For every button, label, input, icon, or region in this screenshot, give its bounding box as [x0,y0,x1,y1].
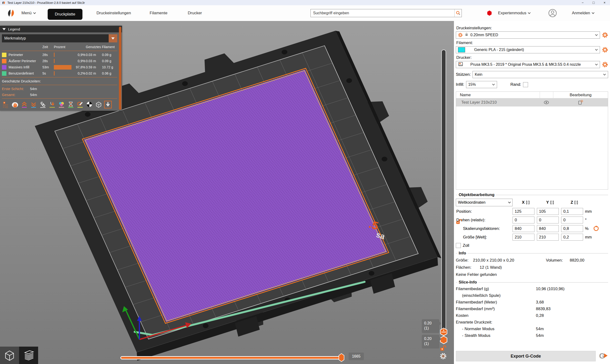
travel-moves-icon[interactable] [2,101,10,108]
layer-range-lock-icon[interactable] [440,345,447,352]
center-of-mass-icon[interactable] [86,101,93,108]
printer-combo[interactable]: Prusa MK3.5 - 2019 * Original Prusa MK3.… [456,61,600,68]
color-changes-icon[interactable] [58,101,65,108]
inches-checkbox[interactable] [456,243,461,248]
shells-icon[interactable] [95,101,103,108]
search-input[interactable] [311,11,454,15]
scale-x-input[interactable] [513,225,534,232]
mode-selector[interactable]: Expertenmodus [498,5,530,21]
editor-view-button[interactable] [0,347,19,364]
axis-y-header: Y [539,200,561,205]
supports-combo[interactable]: Kein [472,71,608,78]
custom-gcode-icon[interactable] [76,101,84,108]
tool-changes-icon[interactable] [48,101,56,108]
view-type-select[interactable]: Merkmalstyp [2,34,117,42]
search-box[interactable] [311,9,462,17]
tab-filaments[interactable]: Filamente [150,5,168,21]
position-x-input[interactable] [513,208,534,215]
object-name: Test Layer 210x210 [456,100,540,105]
seams-icon[interactable] [39,101,47,108]
preview-view-button[interactable] [19,347,38,364]
deretractions-icon[interactable] [30,101,38,108]
legend-panel: Legend Merkmalstyp Zeit Prozent Genutzte… [0,26,122,111]
notification-icon[interactable] [487,5,492,21]
scale-z-input[interactable] [561,225,583,232]
uniform-scale-lock-icon[interactable] [456,219,462,226]
brim-checkbox[interactable] [523,82,528,87]
legend-scrollbar[interactable] [119,27,121,110]
filament-combo[interactable]: Generic PLA - 215 (geändert) [456,46,600,53]
chevron-down-icon [595,63,597,65]
edit-filament-button[interactable] [602,47,608,53]
print-settings-label: Druckeinstellungen: [456,26,608,30]
horizontal-slider-handle[interactable] [338,353,345,363]
tab-plater[interactable]: Druckplatte [48,5,82,21]
search-icon[interactable] [454,9,462,17]
prusaslicer-logo [7,5,15,21]
layer-upper-tooltip: 0.20 (1) [422,319,439,333]
maximize-button[interactable]: □ [588,0,599,5]
print-pauses-icon[interactable] [67,101,75,108]
coordinate-system-combo[interactable]: Weltkoordinaten [456,199,513,206]
scale-row: Skalierungsfaktoren: % [456,225,608,232]
layer-slider-handles[interactable] [438,327,449,346]
horizontal-move-slider[interactable] [120,356,344,360]
size-x-input[interactable] [513,234,534,241]
manipulation-title: Objektbearbeitung [459,193,494,197]
dropdown-arrow-icon[interactable] [109,34,117,42]
edit-print-settings-button[interactable] [602,32,608,38]
legend-row-outer-perimeter: Äußerer Perimeter 28s 0,9% 0.03 m 0.09 g [2,58,117,64]
size-y-input[interactable] [537,234,559,241]
object-row[interactable]: Test Layer 210x210 [456,98,608,106]
legend-header[interactable]: Legend [0,26,122,32]
legend-column-headers: Zeit Prozent Genutztes Filament [2,44,117,50]
wipe-moves-icon[interactable] [11,101,19,108]
axis-x-header: X [515,200,537,205]
vertical-layer-slider[interactable] [441,50,446,332]
legend-toggle-icon[interactable] [104,101,112,108]
print-settings-combo[interactable]: 0.20mm SPEED [456,31,600,39]
feature-color-swatch [2,59,6,63]
infill-combo[interactable]: 15% [466,81,497,88]
position-y-input[interactable] [537,208,559,215]
edit-printer-button[interactable] [602,62,608,68]
chevron-down-icon [592,11,594,14]
reset-scale-icon[interactable] [593,226,599,232]
tab-print-settings[interactable]: Druckeinstellungen [96,5,131,21]
menu-button[interactable]: Menü [21,5,36,21]
export-gcode-button[interactable]: Export G-Code [456,351,596,361]
account-avatar-icon[interactable] [548,5,557,21]
supports-label: Stützen: [456,72,471,77]
window-title: Test Layer 210x210 - PrusaSlicer-2.8.0 b… [7,1,85,4]
gcode-export-icon[interactable]: G [598,351,608,362]
rotate-y-input[interactable] [537,217,559,223]
object-settings-icon[interactable] [553,100,608,105]
layer-slider-settings-icon[interactable] [440,352,447,361]
axis-frame-icon [526,200,530,205]
info-section: Info Größe: 210,00 x 210,00 x 0,20 Volum… [456,248,608,277]
scale-y-input[interactable] [537,225,559,232]
move-value-tooltip: 1665 [349,352,364,360]
filament-label: Filament: [456,40,608,45]
close-button[interactable]: × [599,0,610,5]
login-button[interactable]: Anmelden [572,5,594,21]
object-list: Name Bearbeitung Test Layer 210x210 [456,91,608,190]
total-time: Gesamt: 54m [2,92,117,98]
axis-frame-icon [550,200,554,205]
size-z-input[interactable] [561,234,583,241]
object-manipulation-section: Objektbearbeitung Weltkoordinaten X Y Z [456,190,608,248]
retractions-icon[interactable] [21,101,28,108]
rotate-z-input[interactable] [561,217,583,223]
feature-color-swatch [2,65,6,70]
minimize-button[interactable]: − [577,0,588,5]
position-z-input[interactable] [561,208,583,215]
chevron-down-icon [508,201,511,203]
right-sidebar: Druckeinstellungen: 0.20mm SPEED Filamen… [454,21,610,364]
rotate-x-input[interactable] [513,217,534,223]
layers-icon [22,349,35,362]
eye-icon[interactable] [540,100,553,105]
legend-row-solid-infill: Massives Infill 53m 97,8% 3.59 m 10.72 g [2,64,117,70]
tab-printers[interactable]: Drucker [188,5,202,21]
svg-text:G: G [599,351,605,360]
viewport-3d-canvas[interactable]: .5 sa Legend Merkmalstyp [0,21,454,364]
